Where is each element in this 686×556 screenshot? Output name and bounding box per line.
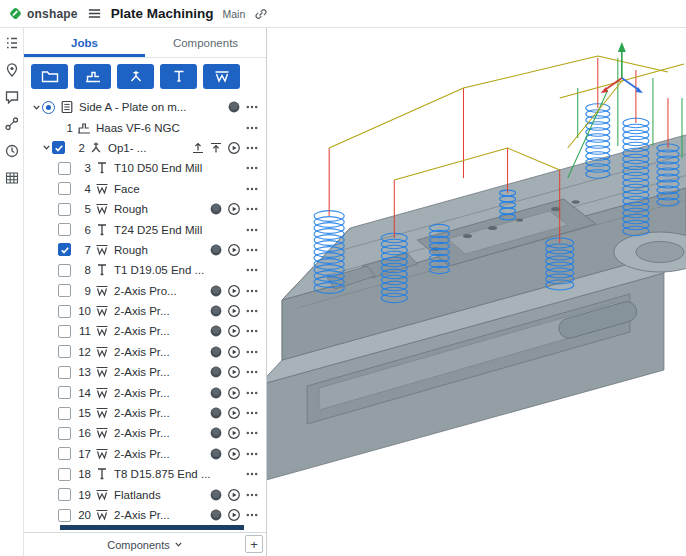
- play-button[interactable]: [227, 508, 241, 522]
- row-label[interactable]: Haas VF-6 NGC: [96, 122, 180, 134]
- row-checkbox[interactable]: [58, 203, 71, 216]
- add-toolpath-button[interactable]: [203, 64, 240, 89]
- row-label[interactable]: 2-Axis Pr...: [114, 325, 170, 337]
- tree-row[interactable]: 132-Axis Pr...: [24, 362, 266, 382]
- tree-icon[interactable]: [4, 35, 20, 51]
- row-menu-button[interactable]: [245, 345, 259, 359]
- row-menu-button[interactable]: [245, 426, 259, 440]
- simulate-icon[interactable]: [209, 488, 223, 502]
- play-button[interactable]: [227, 202, 241, 216]
- tree-row[interactable]: 8T1 D19.05 End ...: [24, 260, 266, 280]
- row-checkbox[interactable]: [58, 427, 71, 440]
- row-label[interactable]: Flatlands: [114, 489, 161, 501]
- row-label[interactable]: 2-Axis Pr...: [114, 387, 170, 399]
- row-checkbox[interactable]: [58, 162, 71, 175]
- comment-icon[interactable]: [4, 89, 20, 105]
- row-menu-button[interactable]: [245, 365, 259, 379]
- move-to-top-icon[interactable]: [209, 141, 223, 155]
- simulate-icon[interactable]: [209, 508, 223, 522]
- row-checkbox[interactable]: [58, 488, 71, 501]
- history-icon[interactable]: [4, 143, 20, 159]
- row-menu-button[interactable]: [245, 386, 259, 400]
- row-label[interactable]: 2-Axis Pr...: [114, 407, 170, 419]
- components-section-toggle[interactable]: Components: [107, 539, 169, 551]
- play-button[interactable]: [227, 447, 241, 461]
- row-checkbox[interactable]: [58, 264, 71, 277]
- viewport-3d[interactable]: [267, 28, 686, 556]
- row-menu-button[interactable]: [245, 100, 259, 114]
- play-button[interactable]: [227, 141, 241, 155]
- row-checkbox[interactable]: [58, 509, 71, 522]
- row-label[interactable]: Side A - Plate on m...: [79, 101, 186, 113]
- row-menu-button[interactable]: [245, 324, 259, 338]
- row-checkbox[interactable]: [58, 345, 71, 358]
- row-label[interactable]: Face: [114, 183, 140, 195]
- row-menu-button[interactable]: [245, 508, 259, 522]
- row-menu-button[interactable]: [245, 161, 259, 175]
- onshape-logo[interactable]: onshape: [8, 6, 78, 21]
- pin-icon[interactable]: [4, 62, 20, 78]
- row-menu-button[interactable]: [245, 406, 259, 420]
- simulate-icon[interactable]: [209, 324, 223, 338]
- row-label[interactable]: Rough: [114, 203, 148, 215]
- simulate-icon[interactable]: [209, 243, 223, 257]
- tree-row[interactable]: 19Flatlands: [24, 484, 266, 504]
- row-checkbox[interactable]: [58, 447, 71, 460]
- tab-jobs[interactable]: Jobs: [24, 28, 145, 57]
- simulate-icon[interactable]: [209, 365, 223, 379]
- play-button[interactable]: [227, 426, 241, 440]
- row-label[interactable]: T8 D15.875 End ...: [114, 468, 211, 480]
- row-label[interactable]: T10 D50 End Mill: [114, 162, 202, 174]
- nodes-icon[interactable]: [4, 116, 20, 132]
- tree-row[interactable]: 7Rough: [24, 240, 266, 260]
- tree-row[interactable]: 162-Axis Pr...: [24, 423, 266, 443]
- tree-row[interactable]: 18T8 D15.875 End ...: [24, 464, 266, 484]
- simulate-icon[interactable]: [209, 426, 223, 440]
- row-menu-button[interactable]: [245, 182, 259, 196]
- play-button[interactable]: [227, 284, 241, 298]
- add-operation-button[interactable]: [117, 64, 154, 89]
- link-icon[interactable]: [254, 7, 268, 21]
- row-menu-button[interactable]: [245, 243, 259, 257]
- tree-row[interactable]: 122-Axis Pr...: [24, 342, 266, 362]
- row-label[interactable]: T1 D19.05 End ...: [114, 264, 204, 276]
- branch-label[interactable]: Main: [223, 8, 246, 20]
- row-checkbox[interactable]: [58, 243, 71, 256]
- tree-row[interactable]: 6T24 D25 End Mill: [24, 219, 266, 239]
- row-menu-button[interactable]: [245, 467, 259, 481]
- tree-row[interactable]: 2Op1- ...: [24, 138, 266, 158]
- tree-row[interactable]: 92-Axis Pro...: [24, 281, 266, 301]
- row-menu-button[interactable]: [245, 141, 259, 155]
- row-checkbox[interactable]: [58, 284, 71, 297]
- row-checkbox[interactable]: [58, 407, 71, 420]
- tree-row[interactable]: 172-Axis Pr...: [24, 444, 266, 464]
- post-process-icon[interactable]: [191, 141, 205, 155]
- play-button[interactable]: [227, 386, 241, 400]
- row-menu-button[interactable]: [245, 223, 259, 237]
- simulate-icon[interactable]: [209, 284, 223, 298]
- row-checkbox[interactable]: [58, 182, 71, 195]
- play-button[interactable]: [227, 345, 241, 359]
- tree-row[interactable]: 152-Axis Pr...: [24, 403, 266, 423]
- tree-row[interactable]: 1Haas VF-6 NGC: [24, 117, 266, 137]
- row-checkbox[interactable]: [52, 141, 65, 154]
- chevron-down-icon[interactable]: [40, 143, 52, 152]
- tree-row[interactable]: 202-Axis Pr...: [24, 505, 266, 525]
- row-checkbox[interactable]: [58, 366, 71, 379]
- main-menu-button[interactable]: [87, 6, 102, 21]
- row-menu-button[interactable]: [245, 284, 259, 298]
- row-checkbox[interactable]: [58, 386, 71, 399]
- simulate-icon[interactable]: [209, 406, 223, 420]
- row-label[interactable]: 2-Axis Pr...: [114, 366, 170, 378]
- play-button[interactable]: [227, 304, 241, 318]
- row-menu-button[interactable]: [245, 304, 259, 318]
- tree-row[interactable]: 5Rough: [24, 199, 266, 219]
- add-component-button[interactable]: +: [245, 535, 263, 553]
- row-menu-button[interactable]: [245, 263, 259, 277]
- simulate-icon[interactable]: [227, 100, 241, 114]
- simulate-icon[interactable]: [209, 345, 223, 359]
- simulate-icon[interactable]: [209, 202, 223, 216]
- add-tool-button[interactable]: [160, 64, 197, 89]
- row-label[interactable]: 2-Axis Pr...: [114, 346, 170, 358]
- table-icon[interactable]: [4, 170, 20, 186]
